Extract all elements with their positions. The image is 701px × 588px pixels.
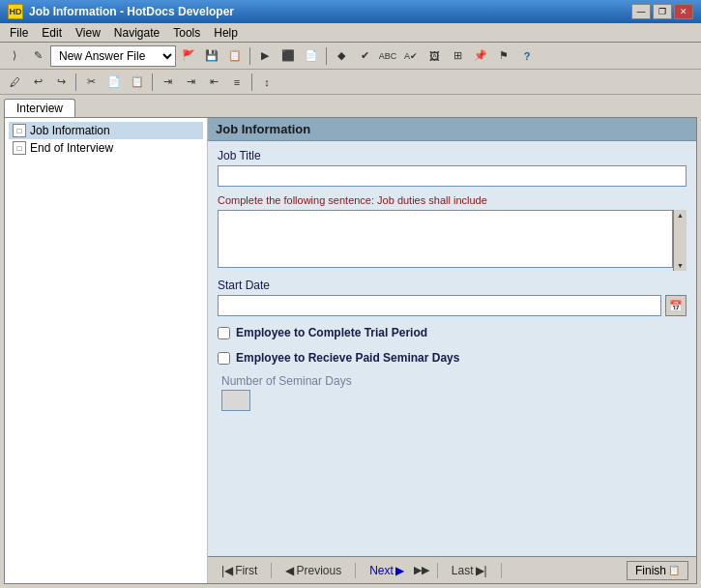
first-button[interactable]: |◀ First: [216, 562, 263, 579]
tree-item-end-of-interview[interactable]: □ End of Interview: [9, 139, 203, 157]
toolbar-2: 🖊 ↩ ↪ ✂ 📄 📋 ⇥ ⇥ ⇤ ≡ ↕: [0, 70, 701, 95]
separator-5: [251, 74, 252, 91]
tab-bar: Interview: [4, 99, 697, 117]
next-button[interactable]: Next ▶: [364, 562, 410, 579]
separator-4: [152, 74, 153, 91]
tree-label-end-of-interview: End of Interview: [30, 141, 113, 155]
previous-button[interactable]: ◀ Previous: [279, 562, 347, 579]
tb2-copy[interactable]: 📄: [103, 72, 125, 93]
toolbar-copy-icon[interactable]: 📋: [224, 45, 246, 67]
tb2-list[interactable]: ≡: [226, 72, 248, 93]
minimize-button[interactable]: —: [631, 4, 651, 19]
seminar-days-checkbox[interactable]: [218, 352, 230, 365]
tree-panel: □ Job Information □ End of Interview: [5, 118, 208, 583]
toolbar-a-check[interactable]: A✔: [400, 45, 422, 67]
toolbar-help[interactable]: ?: [516, 45, 538, 67]
finish-icon: 📋: [668, 565, 680, 575]
trial-period-checkbox[interactable]: [218, 327, 230, 339]
prev-icon: ◀: [285, 564, 294, 577]
nav-sep-3: [437, 563, 438, 578]
toolbar-abc[interactable]: ABC: [377, 45, 398, 67]
nav-bar: |◀ First ◀ Previous Next ▶ ▶▶ Last ▶|: [208, 556, 696, 583]
start-date-row: 📅: [218, 295, 686, 316]
window-title: Job Information - HotDocs Developer: [29, 5, 234, 18]
menu-navigate[interactable]: Navigate: [108, 25, 165, 41]
nav-sep-1: [271, 563, 272, 578]
seminar-days-input[interactable]: [221, 390, 250, 411]
tb2-undo[interactable]: ↩: [27, 72, 48, 93]
trial-period-row: Employee to Complete Trial Period: [218, 324, 686, 341]
form-panel: Job Information Job Title Complete the f…: [208, 118, 696, 583]
title-bar: HD Job Information - HotDocs Developer —…: [0, 0, 701, 23]
last-icon: ▶|: [476, 564, 487, 577]
toolbar-icon-1[interactable]: ⟩: [4, 45, 25, 67]
tb2-icon1[interactable]: 🖊: [4, 72, 25, 93]
num-seminar-days-wrapper: Number of Seminar Days: [221, 374, 686, 411]
start-date-input[interactable]: [218, 295, 661, 316]
content-panel: □ Job Information □ End of Interview Job…: [4, 117, 697, 584]
duties-textarea[interactable]: [218, 210, 673, 268]
nav-sep-2: [355, 563, 356, 578]
form-header: Job Information: [208, 118, 696, 141]
next-skip-icon: ▶▶: [414, 564, 429, 576]
tb2-paste[interactable]: 📋: [127, 72, 148, 93]
tree-expand-icon-2: □: [13, 141, 26, 155]
tb2-indent[interactable]: ⇥: [157, 72, 178, 93]
seminar-days-count-label: Number of Seminar Days: [221, 374, 686, 388]
duties-textarea-wrapper: ▲ ▼: [218, 210, 686, 271]
tree-label-job-information: Job Information: [30, 124, 110, 137]
trial-period-label: Employee to Complete Trial Period: [236, 326, 427, 339]
toolbar-grid[interactable]: ⊞: [447, 45, 468, 67]
menu-bar: File Edit View Navigate Tools Help: [0, 23, 701, 43]
hint-text: Complete the following sentence: Job dut…: [218, 194, 686, 206]
separator-1: [249, 47, 250, 65]
toolbar-img[interactable]: 🖼: [424, 45, 445, 67]
separator-2: [326, 47, 327, 65]
toolbar-diamond[interactable]: ◆: [331, 45, 352, 67]
first-icon: |◀: [221, 564, 233, 577]
job-title-input[interactable]: [218, 165, 686, 187]
scroll-up-icon[interactable]: ▲: [675, 210, 686, 220]
toolbar-flag-icon[interactable]: 🚩: [178, 45, 199, 67]
seminar-days-row: Employee to Recieve Paid Seminar Days: [218, 349, 686, 367]
tree-expand-icon-1: □: [13, 124, 26, 137]
menu-tools[interactable]: Tools: [167, 25, 206, 41]
seminar-days-label: Employee to Recieve Paid Seminar Days: [236, 351, 459, 365]
finish-button[interactable]: Finish 📋: [627, 561, 688, 580]
toolbar-page[interactable]: 📄: [301, 45, 322, 67]
separator-3: [75, 74, 76, 91]
menu-view[interactable]: View: [70, 25, 106, 41]
tb2-redo[interactable]: ↪: [50, 72, 72, 93]
scroll-down-icon[interactable]: ▼: [675, 260, 686, 271]
tb2-indent2[interactable]: ⇥: [180, 72, 201, 93]
app-icon: HD: [8, 4, 23, 19]
restore-button[interactable]: ❐: [653, 4, 672, 19]
toolbar-check[interactable]: ✔: [354, 45, 375, 67]
tb2-outdent[interactable]: ⇤: [203, 72, 224, 93]
toolbar-save-icon[interactable]: 💾: [201, 45, 222, 67]
menu-help[interactable]: Help: [208, 25, 244, 41]
close-button[interactable]: ✕: [674, 4, 693, 19]
calendar-button[interactable]: 📅: [665, 295, 686, 316]
tb2-cut[interactable]: ✂: [80, 72, 102, 93]
menu-edit[interactable]: Edit: [36, 25, 68, 41]
job-title-label: Job Title: [218, 149, 686, 162]
nav-sep-4: [501, 563, 502, 578]
tree-item-job-information[interactable]: □ Job Information: [9, 122, 203, 139]
toolbar-arrow-right[interactable]: ▶: [254, 45, 276, 67]
next-icon: ▶: [395, 564, 404, 577]
tab-interview[interactable]: Interview: [4, 99, 75, 117]
last-button[interactable]: Last ▶|: [446, 562, 493, 579]
form-content: Job Title Complete the following sentenc…: [208, 141, 696, 556]
main-area: Interview □ Job Information □ End of Int…: [0, 95, 701, 588]
tb2-sort[interactable]: ↕: [256, 72, 277, 93]
toolbar-icon-2[interactable]: ✎: [27, 45, 48, 67]
menu-file[interactable]: File: [4, 25, 34, 41]
start-date-label: Start Date: [218, 279, 686, 292]
textarea-scrollbar[interactable]: ▲ ▼: [673, 210, 686, 271]
toolbar-flag2[interactable]: ⚑: [493, 45, 514, 67]
toolbar-1: ⟩ ✎ New Answer File 🚩 💾 📋 ▶ ⬛ 📄 ◆ ✔ ABC …: [0, 43, 701, 70]
toolbar-save2[interactable]: ⬛: [277, 45, 299, 67]
answer-file-dropdown[interactable]: New Answer File: [50, 45, 176, 67]
toolbar-pin[interactable]: 📌: [470, 45, 491, 67]
